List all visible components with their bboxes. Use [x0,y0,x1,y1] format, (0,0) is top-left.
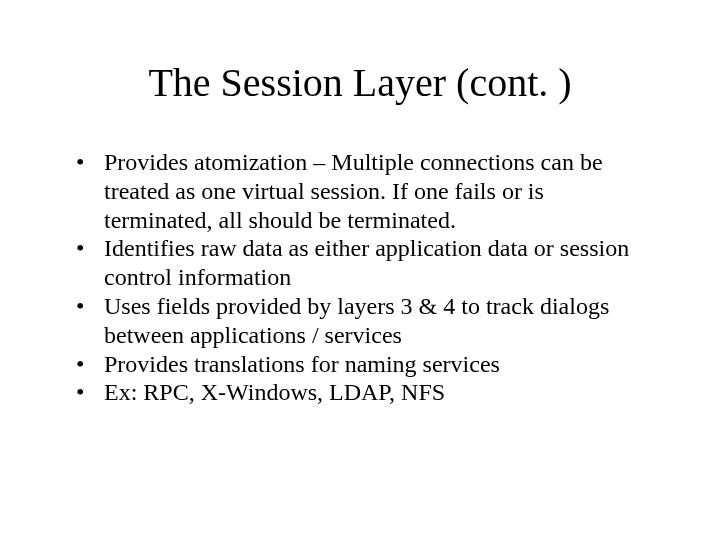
slide-title: The Session Layer (cont. ) [60,60,660,106]
list-item: Ex: RPC, X-Windows, LDAP, NFS [70,378,650,407]
slide: The Session Layer (cont. ) Provides atom… [0,0,720,540]
list-item: Provides translations for naming service… [70,350,650,379]
list-item: Identifies raw data as either applicatio… [70,234,650,292]
list-item: Uses fields provided by layers 3 & 4 to … [70,292,650,350]
list-item: Provides atomization – Multiple connecti… [70,148,650,234]
bullet-list: Provides atomization – Multiple connecti… [60,148,660,407]
